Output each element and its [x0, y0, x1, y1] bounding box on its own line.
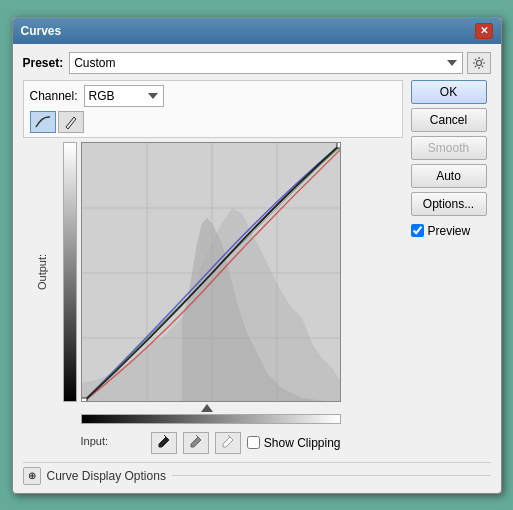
curve-tool-icon [34, 114, 52, 130]
options-button[interactable]: Options... [411, 192, 487, 216]
channel-label: Channel: [30, 89, 78, 103]
bottom-controls: Input: [81, 428, 341, 454]
triangle-marker-row [81, 404, 341, 412]
preview-checkbox[interactable] [411, 224, 424, 237]
eyedropper-gray-icon [189, 435, 203, 451]
expand-curve-options-button[interactable]: ⊕ [23, 467, 41, 485]
curve-tool-button[interactable] [30, 111, 56, 133]
output-section: Output: [23, 142, 79, 402]
input-gradient-bar [81, 414, 341, 424]
preset-row: Preset: Custom Default Linear Contrast M… [23, 52, 491, 74]
channel-row: Channel: RGB Red Green Blue [30, 85, 396, 107]
curve-display-section: ⊕ Curve Display Options [23, 462, 491, 485]
show-clipping-checkbox[interactable] [247, 436, 260, 449]
preview-label: Preview [428, 224, 471, 238]
pencil-tool-icon [63, 114, 79, 130]
main-area: Channel: RGB Red Green Blue [23, 80, 491, 454]
right-panel: OK Cancel Smooth Auto Options... Preview [411, 80, 491, 454]
section-divider [172, 475, 491, 476]
svg-point-0 [476, 60, 481, 65]
show-clipping-row: Show Clipping [247, 436, 341, 450]
title-bar: Curves ✕ [13, 18, 501, 44]
pencil-tool-button[interactable] [58, 111, 84, 133]
white-point-eyedropper[interactable] [215, 432, 241, 454]
auto-button[interactable]: Auto [411, 164, 487, 188]
gray-point-eyedropper[interactable] [183, 432, 209, 454]
dialog-title: Curves [21, 24, 62, 38]
curve-area: Output: [23, 142, 403, 454]
curves-dialog: Curves ✕ Preset: Custom Default Linear C… [12, 17, 502, 494]
dialog-body: Preset: Custom Default Linear Contrast M… [13, 44, 501, 493]
show-clipping-label: Show Clipping [264, 436, 341, 450]
svg-rect-12 [82, 398, 87, 402]
gear-button[interactable] [467, 52, 491, 74]
channel-group: Channel: RGB Red Green Blue [23, 80, 403, 138]
black-point-eyedropper[interactable] [151, 432, 177, 454]
preset-label: Preset: [23, 56, 64, 70]
cancel-button[interactable]: Cancel [411, 108, 487, 132]
svg-line-1 [66, 127, 68, 129]
curve-display-options-label: Curve Display Options [47, 469, 166, 483]
left-section: Channel: RGB Red Green Blue [23, 80, 403, 454]
preview-row: Preview [411, 224, 491, 238]
curve-canvas[interactable] [81, 142, 341, 402]
input-label: Input: [81, 435, 109, 447]
eyedropper-black-icon [157, 435, 171, 451]
svg-line-14 [164, 435, 166, 437]
eyedropper-row: Show Clipping [151, 432, 341, 454]
close-button[interactable]: ✕ [475, 23, 493, 39]
ok-button[interactable]: OK [411, 80, 487, 104]
tools-row [30, 111, 396, 133]
output-gradient-bar [63, 142, 77, 402]
output-label-wrapper: Output: [23, 142, 63, 402]
preset-select[interactable]: Custom Default Linear Contrast Medium Co… [69, 52, 462, 74]
output-label: Output: [36, 253, 48, 289]
gear-icon [472, 56, 486, 70]
eyedropper-white-icon [221, 435, 235, 451]
svg-line-16 [228, 435, 230, 437]
canvas-column: Input: [81, 142, 341, 454]
curves-svg [82, 143, 341, 402]
svg-line-15 [196, 435, 198, 437]
svg-rect-13 [337, 143, 341, 148]
channel-select[interactable]: RGB Red Green Blue [84, 85, 164, 107]
smooth-button[interactable]: Smooth [411, 136, 487, 160]
input-triangle-marker [201, 404, 213, 412]
